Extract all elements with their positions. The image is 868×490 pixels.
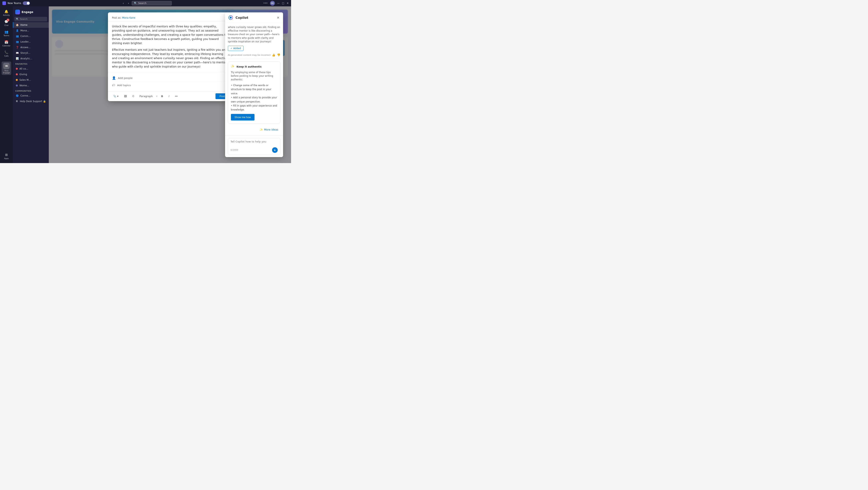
sidebar-label-teams: Teams <box>4 35 9 37</box>
nav-item-storyline[interactable]: 📖 Storyli... <box>13 50 49 56</box>
copilot-input-box: 0/2000 ➤ <box>228 138 280 155</box>
copilot-close-button[interactable]: ✕ <box>276 15 280 21</box>
copilot-input-field[interactable] <box>230 140 278 146</box>
nav-item-helpdesk[interactable]: 🛠 Help Desk Support 🔒 <box>13 99 49 104</box>
add-people-label: Add people <box>118 76 132 79</box>
analytics-nav-icon: 📊 <box>16 57 19 60</box>
titlebar-search[interactable]: 🔍 Search <box>132 1 172 5</box>
sidebar-label-viva: Viva Engage <box>2 70 10 74</box>
analytics-nav-label: Analytic... <box>21 57 32 60</box>
engage-logo <box>15 9 20 14</box>
app-container: 🔔 Activity 💬 1 Chat 👥 Teams 📅 Calendar 📞… <box>0 6 291 163</box>
attachment-button[interactable]: 📎 ▾ <box>111 94 121 99</box>
all-communities-label: All co... <box>20 67 28 70</box>
sidebar: 🔔 Activity 💬 1 Chat 👥 Teams 📅 Calendar 📞… <box>0 6 13 163</box>
post-as-label: Post as: <box>112 17 121 19</box>
copilot-send-button[interactable]: ➤ <box>272 147 278 153</box>
left-panel-header: Engage <box>13 8 49 16</box>
main-content: Viva Engage Community Post as: <box>49 6 291 163</box>
nav-item-connect[interactable]: 🔵 Conne... <box>13 93 49 99</box>
nav-back-button[interactable]: ‹ <box>122 1 125 5</box>
thumbs-up-icon[interactable]: 👍 <box>272 53 275 57</box>
more-ideas-label: More ideas <box>264 128 278 131</box>
nav-item-women[interactable]: Wome... <box>13 83 49 88</box>
helpdesk-label: Help Desk Support 🔒 <box>20 100 46 103</box>
tip-1: Change some of the words or structure to… <box>231 83 277 96</box>
sidebar-item-apps[interactable]: ⊞ Apps <box>2 151 11 161</box>
emoji-icon: © <box>132 95 134 98</box>
add-people-icon: 👤 <box>112 76 116 80</box>
post-author-name[interactable]: Mona Kane <box>122 17 135 19</box>
thumbs-down-icon[interactable]: 👎 <box>277 53 280 57</box>
storyline-nav-icon: 📖 <box>16 52 19 54</box>
tips-card-title: Keep it authentic <box>237 65 262 68</box>
home-nav-icon: 🏠 <box>16 24 19 26</box>
close-button[interactable]: ✕ <box>287 2 289 5</box>
nav-forward-button[interactable]: › <box>127 1 130 5</box>
minimize-button[interactable]: — <box>277 2 280 5</box>
tip-3: Fill in gaps with your experience and kn… <box>231 104 277 112</box>
post-modal-body[interactable]: Unlock the secrets of impactful mentors … <box>108 21 232 72</box>
connect-icon: 🔵 <box>16 94 19 97</box>
sidebar-label-chat: Chat <box>4 24 8 26</box>
add-topics-icon: 🏷 <box>112 83 115 87</box>
new-teams-toggle[interactable] <box>23 1 30 5</box>
more-format-button[interactable]: ••• <box>173 94 180 99</box>
copilot-header: Copilot ✕ <box>225 12 283 23</box>
add-topics-row[interactable]: 🏷 Add topics <box>112 82 228 89</box>
nav-item-communities[interactable]: 👥 Comm... <box>13 33 49 39</box>
left-search-placeholder: Search <box>20 18 28 21</box>
nav-item-all[interactable]: All co... <box>13 66 49 71</box>
more-options-button[interactable]: ••• <box>263 2 268 5</box>
copilot-panel: Copilot ✕ where curiosity never grows ol… <box>225 12 283 157</box>
format-divider: ▾ <box>156 94 158 98</box>
copilot-title-row: Copilot <box>228 15 248 21</box>
modal-overlay: Post as: Mona Kane Unlock the secrets of… <box>49 6 291 163</box>
added-badge[interactable]: ✓ Added <box>228 46 244 51</box>
copilot-input-footer: 0/2000 ➤ <box>230 147 278 153</box>
paragraph-format-button[interactable]: Paragraph <box>138 94 155 99</box>
all-communities-dot <box>16 68 18 70</box>
titlebar-left: New Teams <box>2 1 30 5</box>
copilot-title: Copilot <box>236 16 248 20</box>
nav-item-answers[interactable]: ❓ Answe... <box>13 44 49 50</box>
storyline-nav-label: Storyli... <box>21 52 30 54</box>
nav-item-leadership[interactable]: 👥 Leader... <box>13 39 49 44</box>
maximize-button[interactable]: □ <box>282 2 284 5</box>
user-avatar[interactable]: MK <box>270 1 275 6</box>
calls-icon: 📞 <box>4 50 9 54</box>
post-paragraph-1: Unlock the secrets of impactful mentors … <box>112 24 228 45</box>
more-ideas-button[interactable]: ✨ More ideas <box>258 127 280 132</box>
italic-button[interactable]: I <box>167 94 172 99</box>
nav-item-mona[interactable]: 👤 Mona... <box>13 28 49 33</box>
search-icon: 🔍 <box>134 2 137 5</box>
send-icon: ➤ <box>274 149 276 152</box>
sidebar-item-activity[interactable]: 🔔 Activity <box>2 8 11 18</box>
copilot-logo-icon <box>228 15 234 21</box>
sidebar-item-viva[interactable]: VE Viva Engage <box>2 62 11 75</box>
sidebar-item-teams[interactable]: 👥 Teams <box>2 28 11 38</box>
emoji-button[interactable]: © <box>130 94 136 99</box>
nav-item-sales[interactable]: Sales M... <box>13 77 49 83</box>
gif-icon: 🖼 <box>124 95 127 98</box>
gif-button[interactable]: 🖼 <box>122 94 129 99</box>
nav-item-home[interactable]: 🏠 Home <box>13 22 49 28</box>
left-search-icon: 🔍 <box>16 18 19 21</box>
bold-button[interactable]: B <box>159 94 165 99</box>
sidebar-item-calls[interactable]: 📞 Calls <box>2 49 11 58</box>
sidebar-item-calendar[interactable]: 📅 Calendar <box>2 39 11 48</box>
show-me-how-button[interactable]: Show me how <box>231 114 254 121</box>
nav-item-analytics[interactable]: 📊 Analytic... <box>13 56 49 61</box>
left-search[interactable]: 🔍 Search <box>14 17 47 21</box>
sales-label: Sales M... <box>20 78 31 81</box>
svg-point-1 <box>230 17 232 19</box>
sparkle-icon: ✨ <box>231 65 235 69</box>
nav-item-giving[interactable]: Giving <box>13 71 49 77</box>
add-topics-label: Add topics <box>117 84 131 87</box>
tips-card: ✨ Keep it authentic Try employing some o… <box>228 62 280 124</box>
attachment-icon: 📎 <box>113 95 116 98</box>
add-people-row[interactable]: 👤 Add people <box>112 74 228 82</box>
sidebar-item-chat[interactable]: 💬 1 Chat <box>2 18 11 28</box>
sidebar-divider <box>3 60 9 60</box>
chat-icon: 💬 1 <box>4 20 9 24</box>
